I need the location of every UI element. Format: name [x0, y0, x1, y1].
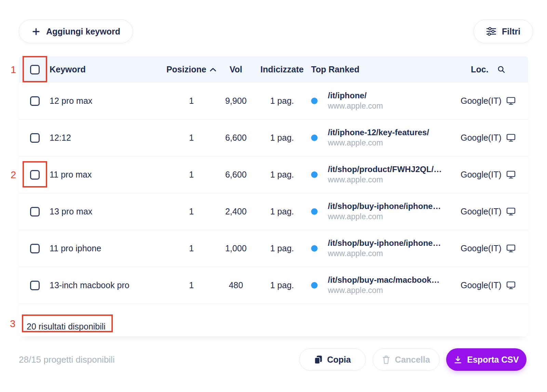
add-keyword-label: Aggiungi keyword [46, 27, 120, 37]
delete-label: Cancella [395, 355, 430, 365]
position-cell: 1 [164, 243, 219, 253]
location-cell: Google(IT) [456, 243, 520, 253]
row-checkbox[interactable] [30, 281, 40, 290]
keyword-cell: 12 pro max [50, 96, 164, 106]
top-ranked-domain: www.apple.com [328, 249, 441, 258]
header-position-label: Posizione [166, 65, 206, 74]
top-ranked-text: /it/iphone-12/key-features/ www.apple.co… [328, 127, 429, 148]
annotation-number-3: 3 [10, 318, 15, 330]
table-row: 11 pro iphone 1 1,000 1 pag. /it/shop/bu… [19, 230, 528, 267]
row-checkbox-cell [30, 207, 50, 216]
desktop-device-icon [506, 207, 516, 216]
table-row: 13 pro max 1 2,400 1 pag. /it/shop/buy-i… [19, 193, 528, 230]
keyword-cell: 11 pro max [50, 170, 164, 180]
header-top-ranked[interactable]: Top Ranked [311, 65, 456, 74]
filters-icon [486, 27, 496, 36]
top-ranked-path[interactable]: /it/shop/buy-mac/macbook… [328, 275, 440, 285]
volume-cell: 2,400 [219, 207, 253, 216]
volume-cell: 480 [219, 280, 253, 290]
location-label: Google(IT) [461, 96, 501, 106]
filters-label: Filtri [502, 27, 520, 37]
add-keyword-button[interactable]: Aggiungi keyword [19, 19, 133, 43]
keyword-label: 13 pro max [50, 207, 92, 216]
header-keyword[interactable]: Keyword [50, 65, 164, 74]
top-ranked-text: /it/iphone/ www.apple.com [328, 90, 383, 111]
projects-available-label: 28/15 progetti disponibili [19, 354, 115, 365]
top-ranked-cell: /it/shop/buy-iphone/iphone… www.apple.co… [311, 238, 456, 258]
desktop-device-icon [506, 97, 516, 105]
row-checkbox[interactable] [30, 244, 40, 253]
location-label: Google(IT) [461, 243, 501, 253]
volume-cell: 6,600 [219, 170, 253, 180]
row-checkbox-cell [30, 244, 50, 253]
delete-button[interactable]: Cancella [373, 348, 440, 371]
desktop-device-icon [506, 281, 516, 290]
filters-button[interactable]: Filtri [473, 19, 533, 43]
row-checkbox[interactable] [30, 96, 40, 106]
top-ranked-cell: /it/iphone/ www.apple.com [311, 90, 456, 111]
header-position[interactable]: Posizione [164, 65, 219, 74]
export-csv-label: Esporta CSV [467, 355, 519, 365]
top-ranked-domain: www.apple.com [328, 101, 383, 111]
top-ranked-domain: www.apple.com [328, 138, 429, 148]
desktop-device-icon [506, 244, 516, 253]
top-ranked-cell: /it/shop/buy-mac/macbook… www.apple.com [311, 275, 456, 295]
position-cell: 1 [164, 170, 219, 180]
table-body: 12 pro max 1 9,900 1 pag. /it/iphone/ ww… [19, 83, 528, 336]
top-ranked-text: /it/shop/buy-iphone/iphone… www.apple.co… [328, 238, 441, 258]
keyword-label: 12 pro max [50, 96, 92, 106]
select-all-cell [30, 65, 50, 74]
rank-status-dot [311, 171, 318, 178]
location-label: Google(IT) [461, 207, 501, 216]
position-cell: 1 [164, 207, 219, 216]
copy-button[interactable]: Copia [299, 348, 366, 371]
table-row: 12 pro max 1 9,900 1 pag. /it/iphone/ ww… [19, 83, 528, 120]
location-cell: Google(IT) [456, 280, 520, 290]
top-ranked-path[interactable]: /it/iphone-12/key-features/ [328, 127, 429, 138]
download-icon [454, 355, 462, 364]
rank-status-dot [311, 135, 318, 141]
location-cell: Google(IT) [456, 133, 520, 143]
top-ranked-domain: www.apple.com [328, 175, 442, 185]
header-location-label: Loc. [471, 65, 488, 74]
rank-status-dot [311, 282, 318, 289]
top-ranked-path[interactable]: /it/shop/buy-iphone/iphone… [328, 201, 441, 212]
keyword-label: 12:12 [50, 133, 71, 142]
header-indexed[interactable]: Indicizzate [253, 65, 311, 74]
table-row: 13-inch macbook pro 1 480 1 pag. /it/sho… [19, 267, 528, 304]
table-header-row: Keyword Posizione Vol Indicizzate Top Ra… [19, 56, 528, 83]
position-cell: 1 [164, 280, 219, 290]
select-all-checkbox[interactable] [30, 65, 40, 74]
plus-icon [31, 27, 41, 36]
indexed-cell: 1 pag. [253, 133, 311, 143]
annotation-number-1: 1 [11, 64, 16, 75]
desktop-device-icon [506, 170, 516, 179]
row-checkbox[interactable] [30, 170, 40, 180]
position-cell: 1 [164, 133, 219, 143]
top-ranked-path[interactable]: /it/shop/buy-iphone/iphone… [328, 238, 441, 249]
rank-status-dot [311, 245, 318, 252]
volume-cell: 9,900 [219, 96, 253, 106]
top-ranked-text: /it/shop/product/FWHJ2QL/… www.apple.com [328, 164, 442, 185]
keyword-cell: 12:12 [50, 133, 164, 143]
top-ranked-text: /it/shop/buy-mac/macbook… www.apple.com [328, 275, 440, 295]
header-volume[interactable]: Vol [219, 65, 253, 74]
location-label: Google(IT) [461, 133, 501, 143]
top-ranked-path[interactable]: /it/iphone/ [328, 90, 383, 101]
row-checkbox-cell [30, 96, 50, 106]
search-icon[interactable] [497, 66, 505, 73]
export-csv-button[interactable]: Esporta CSV [446, 348, 526, 371]
rank-status-dot [311, 208, 318, 215]
top-ranked-domain: www.apple.com [328, 285, 440, 295]
row-checkbox-cell [30, 133, 50, 143]
location-label: Google(IT) [461, 170, 501, 180]
rank-status-dot [311, 98, 318, 104]
row-checkbox-cell [30, 281, 50, 290]
row-checkbox[interactable] [30, 133, 40, 143]
indexed-cell: 1 pag. [253, 207, 311, 216]
location-cell: Google(IT) [456, 96, 520, 106]
position-cell: 1 [164, 96, 219, 106]
top-ranked-text: /it/shop/buy-iphone/iphone… www.apple.co… [328, 201, 441, 222]
top-ranked-path[interactable]: /it/shop/product/FWHJ2QL/… [328, 164, 442, 175]
row-checkbox[interactable] [30, 207, 40, 216]
